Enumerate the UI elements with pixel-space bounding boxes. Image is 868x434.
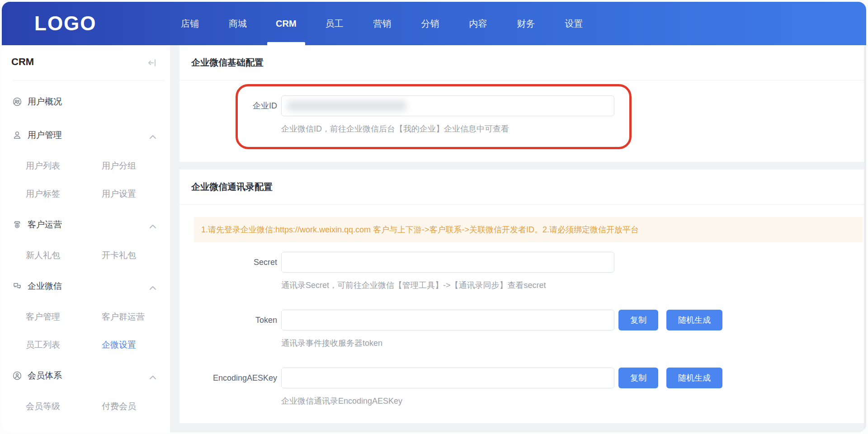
sidebar-section: 会员体系 会员等级付费会员 — [2, 359, 170, 420]
nav-tab-label: 分销 — [421, 19, 439, 28]
form-help-text: 通讯录事件接收服务器token — [281, 338, 866, 349]
sidebar-item-用户管理[interactable]: 用户管理 — [2, 118, 170, 152]
contacts-config-form: Secret 通讯录Secret，可前往企业微信【管理工具】->【通讯录同步】查… — [179, 252, 866, 406]
sidebar-subitem-企微设置[interactable]: 企微设置 — [102, 331, 170, 359]
nav-tab-商城[interactable]: 商城 — [228, 2, 248, 45]
Token-input[interactable] — [281, 310, 614, 330]
sidebar-item-会员体系[interactable]: 会员体系 — [2, 359, 170, 392]
sidebar-header: CRM — [2, 45, 170, 80]
nav-tab-员工[interactable]: 员工 — [325, 2, 344, 45]
nav-tab-label: 内容 — [469, 19, 487, 28]
nav-tab-内容[interactable]: 内容 — [468, 2, 488, 45]
form-item-Secret: Secret 通讯录Secret，可前往企业微信【管理工具】->【通讯录同步】查… — [179, 252, 866, 291]
sidebar-section-label: 客户运营 — [28, 219, 62, 231]
sidebar-title: CRM — [11, 56, 34, 68]
app-window: LOGO 店铺 商城 CRM 员工 营销 分销 内容 财务 设置 CRM — [2, 2, 866, 432]
form-help-text: 企业微信通讯录EncodingAESKey — [281, 396, 866, 406]
nav-tab-分销[interactable]: 分销 — [420, 2, 440, 45]
nav-tab-label: CRM — [276, 19, 297, 28]
sidebar-section: 企业微信 客户管理客户群运营员工列表企微设置 — [2, 269, 170, 359]
sidebar-subitem-用户标签[interactable]: 用户标签 — [26, 180, 102, 208]
sidebar-subitem-员工列表[interactable]: 员工列表 — [26, 331, 102, 359]
top-nav: LOGO 店铺 商城 CRM 员工 营销 分销 内容 财务 设置 — [2, 2, 866, 45]
section-basic-header: 企业微信基础配置 — [179, 45, 866, 80]
nav-tab-label: 营销 — [373, 19, 392, 28]
sidebar-section-label: 用户概况 — [28, 96, 62, 108]
random-generate-button-EncodingAESKey[interactable]: 随机生成 — [666, 368, 722, 388]
chevron-up-icon[interactable] — [149, 133, 156, 137]
sidebar-section: 用户概况 — [2, 85, 170, 118]
sidebar-subitem-用户设置[interactable]: 用户设置 — [102, 180, 170, 208]
nav-tabs: 店铺 商城 CRM 员工 营销 分销 内容 财务 设置 — [180, 2, 584, 45]
user-overview-icon — [13, 97, 22, 106]
sidebar: CRM 用户概况 — [2, 45, 170, 432]
chevron-up-icon[interactable] — [149, 284, 156, 288]
sidebar-section-label: 企业微信 — [28, 280, 62, 292]
sidebar-subitem-用户列表[interactable]: 用户列表 — [26, 152, 102, 180]
copy-button-Token[interactable]: 复制 — [618, 310, 658, 330]
sidebar-subitem-付费会员[interactable]: 付费会员 — [102, 392, 170, 420]
sidebar-section-label: 会员体系 — [28, 370, 62, 382]
user-icon — [13, 131, 22, 140]
section-contacts-title: 企业微信通讯录配置 — [191, 181, 273, 193]
form-item-Token: Token 复制随机生成 通讯录事件接收服务器token — [179, 310, 866, 349]
chat-bubbles-icon — [13, 282, 22, 291]
section-basic-config: 企业微信基础配置 企业ID 企业微信ID，前往企业微信后台【我的企业】企业信息中… — [179, 45, 866, 162]
section-contacts-config: 企业微信通讯录配置 1.请先登录企业微信:https://work.weixin… — [179, 170, 866, 423]
nav-tab-营销[interactable]: 营销 — [373, 2, 392, 45]
random-generate-button-Token[interactable]: 随机生成 — [666, 310, 722, 330]
scrollbar-track[interactable] — [864, 45, 866, 432]
form-label: EncodingAESKey — [179, 373, 277, 383]
nav-tab-label: 设置 — [565, 19, 583, 28]
nav-tab-label: 店铺 — [181, 19, 199, 28]
form-help-text: 企业微信ID，前往企业微信后台【我的企业】企业信息中可查看 — [281, 123, 866, 134]
sidebar-subitem-客户管理[interactable]: 客户管理 — [26, 303, 102, 331]
sidebar-item-企业微信[interactable]: 企业微信 — [2, 269, 170, 303]
sidebar-section: 客户运营 新人礼包开卡礼包 — [2, 208, 170, 269]
basic-config-form: 企业ID 企业微信ID，前往企业微信后台【我的企业】企业信息中可查看 — [179, 80, 866, 134]
form-item-EncodingAESKey: EncodingAESKey 复制随机生成 企业微信通讯录EncodingAES… — [179, 368, 866, 406]
section-contacts-header: 企业微信通讯录配置 — [179, 170, 866, 205]
nav-tab-label: 商城 — [229, 19, 247, 28]
chevron-up-icon[interactable] — [149, 373, 156, 378]
nav-tab-店铺[interactable]: 店铺 — [180, 2, 200, 45]
notice-banner: 1.请先登录企业微信:https://work.weixin.qq.com 客户… — [194, 217, 863, 242]
sidebar-subitem-开卡礼包[interactable]: 开卡礼包 — [102, 241, 170, 269]
form-item-企业ID: 企业ID 企业微信ID，前往企业微信后台【我的企业】企业信息中可查看 — [179, 95, 866, 134]
sidebar-section: 用户管理 用户列表用户分组用户标签用户设置 — [2, 118, 170, 208]
sidebar-section-label: 用户管理 — [28, 129, 62, 141]
medal-icon — [13, 220, 22, 229]
form-help-text: 通讯录Secret，可前往企业微信【管理工具】->【通讯录同步】查看secret — [281, 280, 866, 291]
sidebar-subitem-用户分组[interactable]: 用户分组 — [102, 152, 170, 180]
sidebar-item-客户运营[interactable]: 客户运营 — [2, 208, 170, 241]
Secret-input[interactable] — [281, 252, 614, 273]
form-label: Secret — [179, 258, 277, 267]
logo: LOGO — [34, 2, 97, 45]
nav-tab-label: 员工 — [326, 19, 344, 28]
main-content: 企业微信基础配置 企业ID 企业微信ID，前往企业微信后台【我的企业】企业信息中… — [170, 45, 866, 432]
nav-tab-财务[interactable]: 财务 — [516, 2, 536, 45]
sidebar-subitems: 客户管理客户群运营员工列表企微设置 — [2, 303, 170, 359]
form-label: Token — [179, 316, 277, 325]
sidebar-item-用户概况[interactable]: 用户概况 — [2, 85, 170, 118]
企业ID-input[interactable] — [281, 95, 614, 116]
form-label: 企业ID — [179, 100, 277, 111]
section-basic-title: 企业微信基础配置 — [191, 57, 264, 69]
sidebar-subitem-客户群运营[interactable]: 客户群运营 — [102, 303, 170, 331]
sidebar-subitem-会员等级[interactable]: 会员等级 — [26, 392, 102, 420]
sidebar-subitems: 新人礼包开卡礼包 — [2, 241, 170, 269]
member-icon — [13, 371, 22, 380]
sidebar-collapse-icon[interactable] — [146, 57, 158, 69]
nav-tab-CRM[interactable]: CRM — [276, 2, 297, 45]
nav-tab-label: 财务 — [517, 19, 535, 28]
chevron-up-icon[interactable] — [149, 222, 156, 227]
sidebar-subitems: 会员等级付费会员 — [2, 392, 170, 420]
nav-tab-设置[interactable]: 设置 — [564, 2, 584, 45]
sidebar-subitems: 用户列表用户分组用户标签用户设置 — [2, 152, 170, 208]
copy-button-EncodingAESKey[interactable]: 复制 — [618, 368, 658, 388]
sidebar-subitem-新人礼包[interactable]: 新人礼包 — [26, 241, 102, 269]
sidebar-menu: 用户概况 用户管理 用户列表用户分组用户标签用户设置 — [2, 80, 170, 420]
EncodingAESKey-input[interactable] — [281, 368, 614, 388]
